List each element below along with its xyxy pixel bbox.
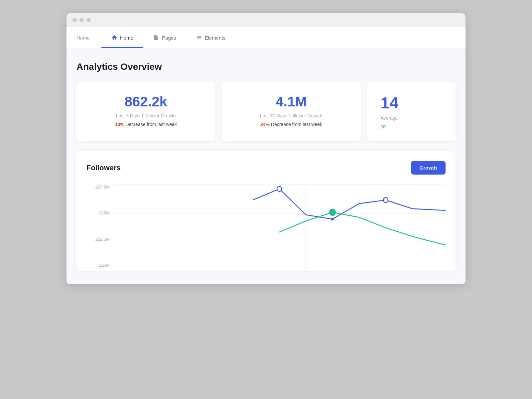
chart-title: Followers (86, 164, 121, 172)
ylabel-0: 227.5M (86, 185, 110, 190)
ylabel-3: 220M (86, 263, 110, 268)
svg-point-1 (277, 186, 282, 191)
svg-point-3 (331, 218, 334, 221)
stat-label-avg: Average (381, 115, 442, 121)
stat-change-text-30day: Decrease from last week (271, 122, 322, 127)
chart-area: 227.5M 225M 222.5M 220M (86, 185, 446, 271)
browser-dot-2 (79, 18, 84, 22)
stat-pct-30day: 24% (260, 122, 270, 127)
chart-svg (113, 185, 446, 271)
growth-button[interactable]: Growth (411, 161, 446, 175)
nav-tabs: Home Pages Elements (101, 27, 235, 48)
tab-home-label: Home (120, 35, 133, 41)
nav-bar: Home Home Pages (66, 27, 466, 48)
stat-pct-7day: 10% (115, 122, 124, 127)
tab-pages[interactable]: Pages (143, 27, 186, 48)
stat-card-avg: 14 Average 10 (367, 82, 456, 141)
browser-dot-3 (86, 18, 91, 22)
stat-label-7day: Last 7 Days Follower Growth (90, 113, 202, 118)
ylabel-1: 225M (86, 210, 110, 215)
ylabel-2: 222.5M (86, 237, 110, 242)
page-title: Analytics Overview (76, 62, 456, 72)
tab-pages-label: Pages (162, 35, 176, 41)
stat-pct-avg: 10 (381, 124, 386, 129)
stat-value-30day: 4.1M (235, 94, 347, 110)
tab-elements-label: Elements (205, 35, 226, 41)
elements-icon (196, 35, 202, 41)
chart-section: Followers Growth 227.5M 225M 222.5M 220M (76, 151, 456, 271)
browser-dot-1 (72, 18, 77, 22)
browser-titlebar (66, 13, 466, 27)
tab-home[interactable]: Home (101, 27, 143, 48)
stat-card-30day: 4.1M Last 30 Days Follower Growth 24% De… (222, 82, 360, 141)
stat-change-30day: 24% Decrease from last week (235, 122, 347, 127)
svg-point-2 (383, 198, 388, 202)
stat-change-7day: 10% Decrease from last week (90, 122, 202, 127)
main-content: Analytics Overview 862.2k Last 7 Days Fo… (66, 48, 466, 284)
nav-breadcrumb: Home (76, 28, 98, 47)
svg-point-4 (330, 209, 335, 216)
browser-window: Home Home Pages (66, 13, 466, 284)
home-icon (111, 35, 117, 41)
stat-label-30day: Last 30 Days Follower Growth (235, 113, 347, 118)
stats-row: 862.2k Last 7 Days Follower Growth 10% D… (76, 82, 456, 141)
pages-icon (153, 35, 159, 41)
chart-yaxis: 227.5M 225M 222.5M 220M (86, 185, 110, 271)
stat-value-7day: 862.2k (90, 94, 202, 110)
stat-change-text-7day: Decrease from last week (126, 122, 177, 127)
stat-card-7day: 862.2k Last 7 Days Follower Growth 10% D… (76, 82, 215, 141)
tab-elements[interactable]: Elements (186, 27, 236, 48)
chart-grid-area (113, 185, 446, 271)
chart-header: Followers Growth (86, 161, 446, 175)
stat-value-avg: 14 (381, 94, 442, 112)
stat-change-avg: 10 (381, 124, 442, 129)
